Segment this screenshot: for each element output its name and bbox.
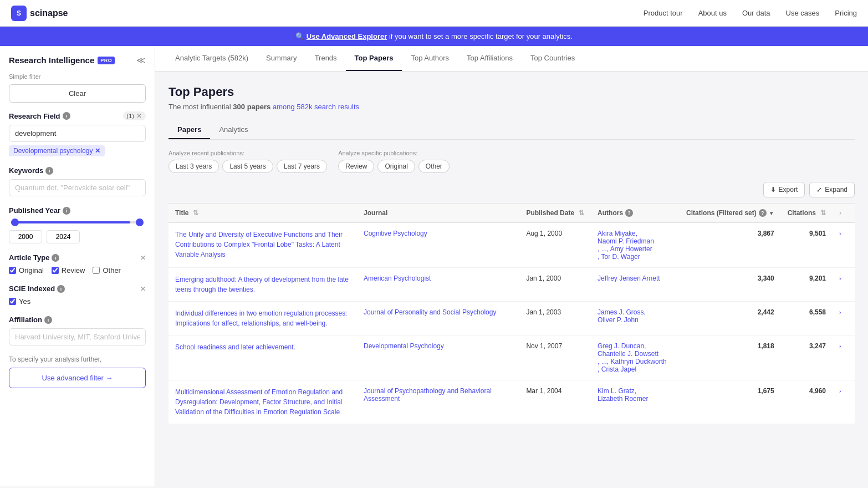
tab-trends[interactable]: Trends — [306, 46, 346, 71]
date-sort-icon[interactable]: ⇅ — [579, 209, 584, 217]
tab-top-countries[interactable]: Top Countries — [522, 46, 584, 71]
recent-label: Analyze recent publications: — [169, 150, 327, 156]
paper-title-cell: Multidimensional Assessment of Emotion R… — [169, 380, 357, 424]
journal-link[interactable]: American Psychologist — [364, 274, 431, 282]
scie-indexed-header: SCIE Indexed i ✕ — [9, 284, 146, 293]
tab-top-authors[interactable]: Top Authors — [402, 46, 458, 71]
paper-title-link[interactable]: School readiness and later achievement. — [175, 343, 295, 351]
author-link[interactable]: , Crista Japel — [598, 365, 673, 373]
year-range — [9, 230, 146, 243]
author-link[interactable]: James J. Gross, — [598, 308, 673, 316]
tab-top-papers[interactable]: Top Papers — [346, 46, 402, 71]
journal-link[interactable]: Developmental Psychology — [364, 342, 444, 350]
papers-count: 300 papers — [233, 103, 270, 111]
export-button[interactable]: ⬇ Export — [763, 182, 805, 197]
published-year-header: Published Year i — [9, 206, 146, 215]
author-link[interactable]: Greg J. Duncan, — [598, 342, 673, 350]
paper-journal-cell: Journal of Psychopathology and Behaviora… — [357, 380, 519, 424]
tag-remove-icon[interactable]: ✕ — [95, 147, 100, 155]
logo[interactable]: S scinapse — [11, 6, 644, 21]
journal-link[interactable]: Journal of Personality and Social Psycho… — [364, 308, 496, 316]
keywords-input[interactable] — [9, 179, 146, 196]
year-slider-thumb-right[interactable] — [136, 218, 144, 226]
tab-summary[interactable]: Summary — [257, 46, 306, 71]
banner-text-after: if you want to set a more specific targe… — [389, 32, 573, 40]
paper-journal-cell: Cognitive Psychology — [357, 223, 519, 268]
nav-product-tour[interactable]: Product tour — [644, 9, 683, 17]
filter-pills-row: Analyze recent publications: Last 3 year… — [169, 150, 855, 173]
subtitle-link[interactable]: among 582k search results — [273, 103, 359, 111]
affiliation-input[interactable] — [9, 328, 146, 345]
journal-link[interactable]: Cognitive Psychology — [364, 230, 427, 237]
th-published-date: Published Date ⇅ — [519, 204, 591, 223]
scie-indexed-clear-icon[interactable]: ✕ — [140, 285, 146, 293]
article-type-clear-icon[interactable]: ✕ — [140, 254, 146, 262]
pill-last-3-years[interactable]: Last 3 years — [169, 160, 219, 173]
article-type-review[interactable]: Review — [52, 266, 85, 274]
article-type-other[interactable]: Other — [93, 266, 121, 274]
tab-top-affiliations[interactable]: Top Affiliations — [458, 46, 522, 71]
pill-last-7-years[interactable]: Last 7 years — [277, 160, 327, 173]
th-right: › — [833, 204, 855, 223]
citations-filtered-sort-icon[interactable]: ▼ — [769, 210, 774, 216]
scie-indexed-yes[interactable]: Yes — [9, 297, 30, 306]
nav-about-us[interactable]: About us — [698, 9, 727, 17]
right-links-cell: › — [833, 268, 855, 302]
paper-authors-cell: Greg J. Duncan, Chantelle J. Dowsett , .… — [591, 336, 680, 380]
published-year-label: Published Year i — [9, 206, 70, 215]
right-links-cell: › — [833, 380, 855, 424]
pill-original[interactable]: Original — [377, 160, 415, 173]
title-sort-icon[interactable]: ⇅ — [193, 209, 198, 217]
paper-title-link[interactable]: The Unity and Diversity of Executive Fun… — [175, 231, 343, 258]
citations-filtered-cell: 2,442 — [680, 302, 781, 336]
advanced-explorer-link[interactable]: Use Advanced Explorer — [307, 32, 387, 40]
collapse-sidebar-button[interactable]: ≪ — [136, 55, 146, 65]
logo-text: scinapse — [30, 8, 68, 18]
author-link[interactable]: Naomi P. Friedman — [598, 237, 673, 245]
author-link[interactable]: Oliver P. John — [598, 316, 673, 324]
th-citations-filtered: Citations (Filtered set) ? ▼ — [680, 204, 781, 223]
recent-publications-group: Analyze recent publications: Last 3 year… — [169, 150, 327, 173]
advanced-filter-button[interactable]: Use advanced filter → — [9, 368, 146, 388]
paper-date-cell: Aug 1, 2000 — [519, 223, 591, 268]
keywords-section: Keywords i — [9, 166, 146, 196]
paper-title-link[interactable]: Individual differences in two emotion re… — [175, 309, 348, 327]
citations-cell: 9,201 — [781, 268, 833, 302]
paper-date-cell: Jan 1, 2003 — [519, 302, 591, 336]
pill-other[interactable]: Other — [418, 160, 450, 173]
author-link[interactable]: , Tor D. Wager — [598, 253, 673, 261]
year-to-input[interactable] — [47, 230, 80, 243]
tab-analytic-targets[interactable]: Analytic Targets (582k) — [166, 46, 257, 71]
research-field-input[interactable] — [9, 125, 146, 142]
journal-link[interactable]: Journal of Psychopathology and Behaviora… — [364, 387, 492, 403]
author-link[interactable]: , ..., Amy Howerter — [598, 245, 673, 253]
author-link[interactable]: , ..., Kathryn Duckworth — [598, 358, 673, 365]
author-link[interactable]: Jeffrey Jensen Arnett — [598, 274, 673, 282]
pill-last-5-years[interactable]: Last 5 years — [222, 160, 273, 173]
expand-button[interactable]: ⤢ Expand — [809, 182, 855, 197]
clear-button[interactable]: Clear — [9, 84, 146, 103]
paper-title-link[interactable]: Emerging adulthood: A theory of developm… — [175, 276, 349, 293]
nav-use-cases[interactable]: Use cases — [786, 9, 820, 17]
authors-info-icon: ? — [625, 209, 633, 217]
author-link[interactable]: Kim L. Gratz, — [598, 387, 673, 395]
citations-sort-icon[interactable]: ⇅ — [820, 209, 826, 217]
sub-tab-analytics[interactable]: Analytics — [210, 121, 257, 139]
article-type-original[interactable]: Original — [9, 266, 44, 274]
author-link[interactable]: Akira Miyake, — [598, 230, 673, 237]
top-nav: S scinapse Product tour About us Our dat… — [0, 0, 868, 27]
paper-title-link[interactable]: Multidimensional Assessment of Emotion R… — [175, 388, 343, 416]
author-link[interactable]: Lizabeth Roemer — [598, 395, 673, 403]
author-link[interactable]: Chantelle J. Dowsett — [598, 350, 673, 358]
year-slider-thumb-left[interactable] — [11, 218, 19, 226]
logo-icon: S — [11, 6, 27, 21]
article-type-label: Article Type i — [9, 253, 59, 262]
pill-review[interactable]: Review — [338, 160, 374, 173]
year-from-input[interactable] — [9, 230, 42, 243]
nav-pricing[interactable]: Pricing — [835, 9, 857, 17]
research-field-clear-icon[interactable]: ✕ — [136, 112, 142, 120]
sub-tab-papers[interactable]: Papers — [169, 121, 210, 139]
paper-date-cell: Nov 1, 2007 — [519, 336, 591, 380]
banner: 🔍 Use Advanced Explorer if you want to s… — [0, 27, 868, 46]
nav-our-data[interactable]: Our data — [742, 9, 770, 17]
